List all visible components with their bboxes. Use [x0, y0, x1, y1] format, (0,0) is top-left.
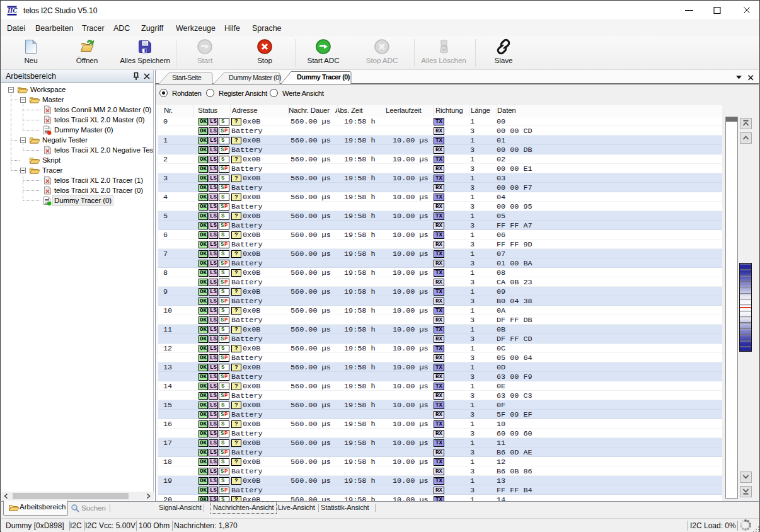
- svg-text:IIC: IIC: [7, 7, 18, 14]
